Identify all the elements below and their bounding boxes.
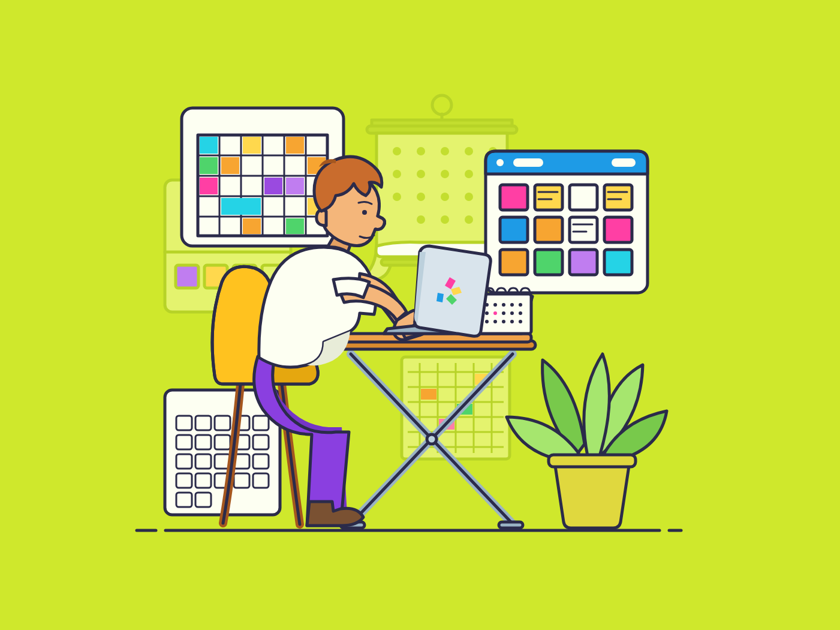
svg-point-115 xyxy=(427,434,436,444)
svg-rect-58 xyxy=(535,185,562,210)
svg-rect-19 xyxy=(286,137,304,154)
svg-point-134 xyxy=(510,320,514,323)
svg-point-122 xyxy=(493,303,497,307)
svg-point-135 xyxy=(519,320,522,323)
potted-plant xyxy=(507,354,667,528)
svg-rect-18 xyxy=(243,137,261,154)
svg-point-39 xyxy=(393,170,401,178)
svg-point-129 xyxy=(510,311,514,315)
svg-rect-25 xyxy=(286,178,304,194)
svg-rect-63 xyxy=(570,217,597,242)
illustration-person-at-desk-calendars: .st { stroke:#2b2b4a; stroke-width:5; st… xyxy=(0,0,840,630)
svg-point-133 xyxy=(502,320,505,323)
svg-point-126 xyxy=(485,311,489,315)
svg-rect-57 xyxy=(500,185,528,210)
svg-point-136 xyxy=(362,210,367,215)
svg-rect-21 xyxy=(221,157,239,174)
svg-point-51 xyxy=(465,215,473,224)
svg-rect-55 xyxy=(513,158,543,167)
svg-point-125 xyxy=(519,303,522,307)
svg-rect-23 xyxy=(200,178,218,194)
svg-point-34 xyxy=(393,147,401,155)
svg-rect-87 xyxy=(421,389,436,400)
svg-rect-56 xyxy=(612,158,636,167)
svg-rect-66 xyxy=(535,250,562,275)
svg-point-36 xyxy=(441,147,449,155)
svg-point-131 xyxy=(485,320,489,323)
svg-rect-64 xyxy=(604,217,632,242)
svg-point-41 xyxy=(441,170,449,178)
svg-point-45 xyxy=(417,193,425,201)
svg-point-54 xyxy=(496,159,504,166)
svg-point-42 xyxy=(465,170,473,178)
svg-rect-61 xyxy=(500,217,528,242)
svg-rect-114 xyxy=(549,455,636,467)
svg-point-50 xyxy=(441,215,449,224)
svg-point-49 xyxy=(417,215,425,224)
svg-point-130 xyxy=(519,311,522,315)
svg-point-47 xyxy=(465,193,473,201)
app-calendar-window-right xyxy=(486,151,648,293)
svg-rect-67 xyxy=(570,250,597,275)
svg-rect-60 xyxy=(604,185,632,210)
svg-rect-62 xyxy=(535,217,562,242)
svg-point-35 xyxy=(417,147,425,155)
svg-point-44 xyxy=(393,193,401,201)
svg-rect-59 xyxy=(570,185,597,210)
svg-rect-2 xyxy=(176,265,198,288)
svg-point-124 xyxy=(510,303,514,307)
svg-rect-65 xyxy=(500,250,528,275)
svg-point-132 xyxy=(493,320,497,323)
svg-point-128 xyxy=(502,311,505,315)
svg-point-123 xyxy=(502,303,505,307)
svg-rect-20 xyxy=(200,157,218,174)
svg-point-37 xyxy=(465,147,473,155)
svg-rect-26 xyxy=(221,198,261,215)
svg-point-46 xyxy=(441,193,449,201)
svg-rect-24 xyxy=(264,178,282,194)
svg-point-40 xyxy=(417,170,425,178)
svg-point-30 xyxy=(432,95,451,115)
svg-rect-117 xyxy=(499,522,523,528)
svg-rect-68 xyxy=(604,250,632,275)
svg-rect-17 xyxy=(200,137,218,154)
svg-rect-29 xyxy=(286,218,304,234)
svg-point-127 xyxy=(493,311,497,315)
svg-rect-28 xyxy=(243,218,261,234)
